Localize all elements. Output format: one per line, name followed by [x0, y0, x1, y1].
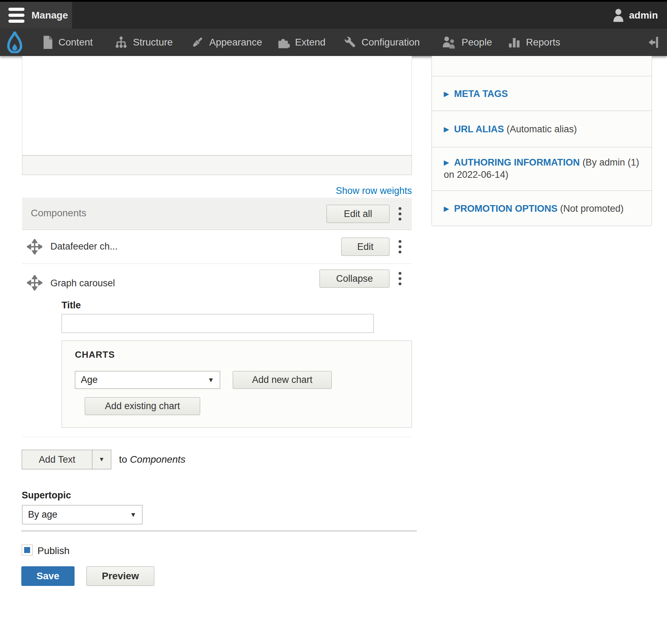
sidebar-panel-partial[interactable] — [431, 56, 652, 76]
page: Manage admin — [0, 0, 667, 644]
component-row-graph-carousel: Graph carousel Collapse Title CHARTS Age… — [22, 264, 412, 437]
details-arrow-icon: ▶ — [444, 159, 449, 166]
admin-menu-tray: Content Structure — [0, 29, 667, 56]
details-arrow-icon: ▶ — [444, 90, 449, 98]
editor-status-bar — [22, 155, 412, 175]
add-text-button[interactable]: Add Text — [22, 450, 92, 469]
add-component-controls: Add Text ▼ to Components — [22, 450, 185, 469]
components-title: Components — [31, 208, 86, 219]
people-icon — [442, 36, 456, 49]
file-icon — [43, 36, 53, 49]
menu-item-configuration[interactable]: Configuration — [343, 29, 420, 56]
sidebar-panel-meta-tags[interactable]: ▶META TAGS — [431, 76, 652, 111]
user-name: admin — [629, 10, 658, 21]
preview-button[interactable]: Preview — [86, 566, 154, 586]
title-input[interactable] — [62, 314, 374, 333]
component-row-label: Datafeeder ch... — [50, 241, 118, 252]
menu-item-structure[interactable]: Structure — [114, 29, 173, 56]
header-overflow-menu-icon[interactable] — [399, 207, 401, 220]
node-meta-sidebar: ▶META TAGS ▶URL ALIAS (Automatic alias) … — [431, 56, 652, 226]
bar-chart-icon — [508, 36, 521, 49]
user-icon — [612, 8, 624, 22]
components-header: Components Edit all — [22, 198, 412, 230]
chevron-down-icon: ▼ — [130, 511, 142, 519]
menu-item-content[interactable]: Content — [43, 29, 93, 56]
details-arrow-icon: ▶ — [444, 205, 449, 212]
edit-all-button[interactable]: Edit all — [327, 205, 389, 223]
charts-legend: CHARTS — [75, 349, 115, 360]
save-button[interactable]: Save — [21, 566, 75, 586]
divider — [21, 531, 417, 531]
drag-handle-icon[interactable] — [27, 239, 42, 254]
menu-item-reports[interactable]: Reports — [508, 29, 560, 56]
hamburger-icon — [8, 8, 24, 23]
publish-label: Publish — [37, 545, 70, 556]
collapse-button[interactable]: Collapse — [320, 270, 389, 288]
menu-item-people[interactable]: People — [442, 29, 492, 56]
toolbar-orientation-toggle-icon[interactable] — [647, 36, 659, 49]
user-menu[interactable]: admin — [612, 2, 658, 29]
add-text-dropdown-toggle[interactable]: ▼ — [92, 450, 111, 469]
sidebar-panel-url-alias[interactable]: ▶URL ALIAS (Automatic alias) — [431, 111, 652, 147]
menu-item-extend[interactable]: Extend — [276, 29, 325, 56]
drupal-logo-icon[interactable] — [6, 31, 23, 53]
wrench-icon — [343, 36, 356, 49]
components-table: Components Edit all Datafeeder ch... Edi… — [22, 198, 412, 437]
add-existing-chart-button[interactable]: Add existing chart — [85, 397, 200, 415]
publish-checkbox[interactable] — [22, 545, 33, 555]
chevron-down-icon: ▼ — [99, 456, 105, 463]
edit-button[interactable]: Edit — [341, 238, 389, 256]
manage-tab-label: Manage — [31, 10, 68, 21]
show-row-weights-link[interactable]: Show row weights — [22, 186, 412, 196]
drag-handle-icon[interactable] — [27, 275, 42, 290]
row-overflow-menu-icon[interactable] — [399, 240, 401, 253]
supertopic-label: Supertopic — [22, 490, 71, 501]
menu-item-appearance[interactable]: Appearance — [191, 29, 262, 56]
sidebar-panel-promotion-options[interactable]: ▶PROMOTION OPTIONS (Not promoted) — [431, 190, 652, 226]
org-chart-icon — [114, 36, 128, 49]
supertopic-select[interactable]: By age ▼ — [22, 505, 142, 524]
admin-topbar: Manage admin — [0, 2, 667, 29]
manage-tab[interactable]: Manage — [0, 2, 72, 29]
chart-select[interactable]: Age ▼ — [75, 371, 220, 389]
details-arrow-icon: ▶ — [444, 125, 449, 133]
paintbrush-icon — [191, 36, 204, 49]
component-row-datafeeder: Datafeeder ch... Edit — [22, 230, 412, 264]
chevron-down-icon: ▼ — [208, 376, 220, 384]
editor-body[interactable] — [22, 56, 412, 155]
charts-fieldset: CHARTS Age ▼ Add new chart Add existing … — [62, 341, 412, 428]
title-field-label: Title — [62, 300, 81, 311]
add-text-suffix: to Components — [119, 454, 185, 465]
puzzle-icon — [276, 36, 290, 49]
row-overflow-menu-icon[interactable] — [399, 272, 401, 285]
sidebar-panel-authoring-information[interactable]: ▶AUTHORING INFORMATION (By admin (1) on … — [431, 147, 652, 191]
add-new-chart-button[interactable]: Add new chart — [233, 371, 332, 389]
component-row-label: Graph carousel — [50, 278, 115, 289]
